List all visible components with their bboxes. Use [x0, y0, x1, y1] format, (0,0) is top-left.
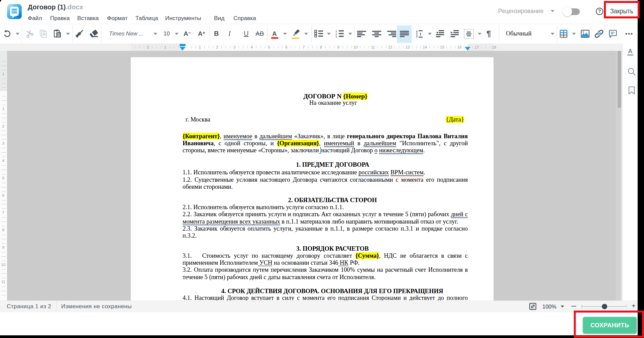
svg-text:1: 1	[419, 31, 422, 36]
svg-text:3: 3	[335, 35, 337, 38]
svg-text:A: A	[628, 48, 633, 55]
